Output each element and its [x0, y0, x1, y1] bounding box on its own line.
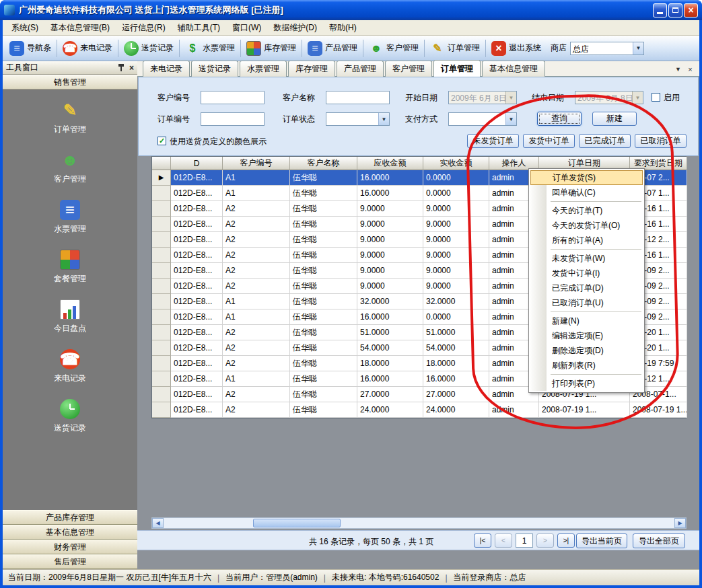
grid-column-header[interactable]: D: [171, 157, 223, 170]
menubar-item[interactable]: 数据维护(D): [267, 20, 323, 36]
delivery-color-checkbox[interactable]: [157, 137, 166, 145]
tab-item[interactable]: 库存管理: [288, 61, 335, 77]
toolbar-button[interactable]: ×退出系统: [487, 38, 545, 59]
scroll-left-icon[interactable]: ◀: [152, 518, 164, 528]
last-page-button[interactable]: >|: [557, 534, 575, 548]
new-button[interactable]: 新建: [592, 112, 637, 126]
grid-column-header[interactable]: 实收金额: [423, 157, 489, 170]
store-combo-arrow-icon[interactable]: ▼: [633, 42, 643, 54]
order-status-combo[interactable]: ▼: [326, 112, 390, 126]
start-date-picker[interactable]: 2009年 6月 8日 ▼: [448, 91, 517, 104]
table-row[interactable]: 012D-E8...A2伍华聪24.000024.0000admin2008-0…: [152, 402, 686, 418]
sidebar-item[interactable]: 送货记录: [54, 399, 86, 434]
context-menu-item[interactable]: 今天的订单(T): [530, 203, 643, 218]
restore-button[interactable]: [668, 3, 682, 17]
toolbar-button[interactable]: 送货记录: [120, 38, 178, 59]
toolbar-button[interactable]: ≡导航条: [5, 38, 55, 59]
menubar-item[interactable]: 辅助工具(T): [172, 20, 226, 36]
cell-receivable: 9.0000: [357, 263, 423, 279]
context-menu-item[interactable]: 编辑选定项(E): [530, 328, 643, 343]
context-menu-item[interactable]: 所有的订单(A): [530, 233, 643, 248]
menubar-item[interactable]: 运行信息(R): [116, 20, 172, 36]
toolbar-button[interactable]: 库存管理: [242, 38, 300, 59]
tab-item[interactable]: 客户管理: [385, 61, 432, 77]
sidebar-item[interactable]: ☻客户管理: [54, 150, 86, 185]
menubar-item[interactable]: 基本信息管理(B): [44, 20, 116, 36]
sidebar-bottom-item[interactable]: 售后管理: [3, 554, 137, 569]
tab-item[interactable]: 基本信息管理: [482, 61, 545, 77]
page-number-input[interactable]: [516, 534, 533, 548]
menubar-item[interactable]: 窗口(W): [226, 20, 267, 36]
enable-checkbox[interactable]: [652, 93, 660, 102]
tab-item[interactable]: 送货记录: [191, 61, 238, 77]
toolbar-button[interactable]: ✎订单管理: [426, 38, 484, 59]
scroll-right-icon[interactable]: ▶: [674, 518, 686, 528]
context-menu-item[interactable]: 已取消订单(U): [530, 295, 643, 310]
context-menu-item[interactable]: 新建(N): [530, 314, 643, 328]
export-all-pages-button[interactable]: 导出全部页: [633, 534, 685, 548]
context-menu-item[interactable]: 打印列表(P): [530, 376, 643, 391]
toolbar-separator: [118, 40, 118, 57]
context-menu-item[interactable]: 已完成订单(D): [530, 281, 643, 295]
export-current-page-button[interactable]: 导出当前页: [576, 534, 627, 548]
grid-column-header[interactable]: 应收金额: [357, 157, 423, 170]
end-date-picker[interactable]: 2009年 6月 8日 ▼: [575, 91, 643, 104]
context-menu-item[interactable]: 未发货订单(W): [530, 251, 643, 266]
order-status-arrow-icon[interactable]: ▼: [378, 113, 389, 125]
cell-customer-name: 伍华聪: [290, 201, 357, 217]
customer-name-input[interactable]: [326, 91, 390, 104]
context-menu-item[interactable]: 今天的发货订单(O): [530, 218, 643, 233]
toolbar-button[interactable]: ≡产品管理: [304, 38, 361, 59]
status-divider: |: [217, 573, 219, 583]
context-menu-item[interactable]: 订单发货(S): [530, 170, 643, 185]
toolbar-button[interactable]: ☻客户管理: [365, 38, 423, 59]
water-ticket-book-icon: ≡: [60, 200, 80, 220]
order-no-input[interactable]: [201, 112, 265, 126]
horizontal-scrollbar[interactable]: ◀ ▶: [151, 517, 687, 529]
sidebar-bottom-item[interactable]: 基本信息管理: [3, 525, 137, 540]
tab-dropdown-icon[interactable]: ▼: [673, 64, 683, 74]
pay-method-arrow-icon[interactable]: ▼: [505, 113, 516, 125]
tab-active[interactable]: 订单管理: [433, 60, 481, 77]
scrollbar-thumb[interactable]: [253, 519, 341, 527]
sidebar-item[interactable]: ≡水票管理: [54, 200, 86, 235]
pin-icon[interactable]: [118, 64, 125, 71]
sidebar-bottom-item[interactable]: 产品库存管理: [3, 510, 137, 525]
toolbar-button[interactable]: ☎来电记录: [59, 38, 116, 59]
status-filter-button[interactable]: 发货中订单: [523, 134, 575, 148]
next-page-button[interactable]: >: [536, 534, 554, 548]
minimize-button[interactable]: [653, 3, 667, 17]
end-date-label: 结束日期: [532, 91, 564, 104]
toolbar-button[interactable]: $水票管理: [181, 38, 239, 59]
menubar-item[interactable]: 帮助(H): [323, 20, 363, 36]
menubar-item[interactable]: 系统(S): [5, 20, 44, 36]
status-filter-button[interactable]: 已取消订单: [635, 134, 687, 148]
sidebar-item[interactable]: ☎来电记录: [54, 349, 86, 384]
close-button[interactable]: ×: [684, 3, 698, 17]
context-menu-item[interactable]: 删除选定项(D): [530, 343, 643, 358]
tool-window-header: 工具窗口 ×: [3, 61, 137, 75]
grid-column-header[interactable]: 客户编号: [223, 157, 290, 170]
pay-method-combo[interactable]: ▼: [448, 112, 517, 126]
context-menu-item[interactable]: 回单确认(C): [530, 185, 643, 200]
grid-column-header[interactable]: 客户名称: [290, 157, 357, 170]
sidebar-item[interactable]: 今日盘点: [54, 299, 86, 334]
status-filter-button[interactable]: 已完成订单: [579, 134, 631, 148]
first-page-button[interactable]: |<: [474, 534, 491, 548]
prev-page-button[interactable]: <: [495, 534, 512, 548]
status-filter-button[interactable]: 未发货订单: [467, 134, 519, 148]
tab-item[interactable]: 水票管理: [240, 61, 287, 77]
toolbar-button-label: 客户管理: [386, 42, 419, 54]
tab-item[interactable]: 来电记录: [143, 61, 190, 77]
sidebar-item[interactable]: 套餐管理: [54, 250, 86, 285]
sidebar-bottom-item[interactable]: 财务管理: [3, 540, 137, 554]
tab-item[interactable]: 产品管理: [337, 61, 384, 77]
store-combo[interactable]: 总店 ▼: [570, 42, 644, 55]
sidebar-close-icon[interactable]: ×: [129, 64, 134, 72]
context-menu-item[interactable]: 发货中订单(I): [530, 266, 643, 281]
tab-close-icon[interactable]: ×: [685, 64, 695, 74]
sidebar-item[interactable]: ✎订单管理: [54, 100, 86, 135]
search-button[interactable]: 查询: [537, 112, 582, 126]
context-menu-item[interactable]: 刷新列表(R): [530, 358, 643, 373]
customer-no-input[interactable]: [201, 91, 265, 104]
